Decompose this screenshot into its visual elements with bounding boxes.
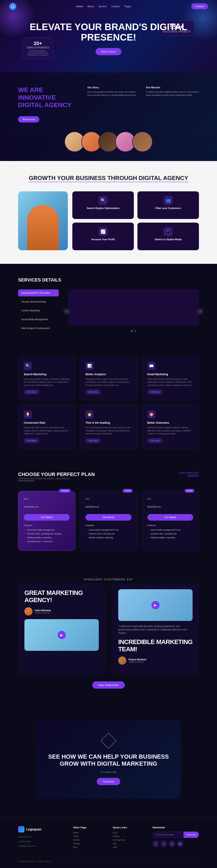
- social-twitter[interactable]: t: [161, 841, 167, 847]
- footer-link-404[interactable]: 404: [113, 842, 144, 845]
- price-btn-1[interactable]: Get Started: [85, 514, 131, 521]
- footer-link-about[interactable]: About: [73, 835, 104, 837]
- pricing-header-left: CHOOSE YOUR PERFECT PLAN Lorem ipsum dol…: [18, 471, 95, 482]
- growth-person: [27, 205, 59, 250]
- social-youtube[interactable]: ▶: [177, 841, 183, 847]
- service-card-digital[interactable]: 📱 Switch to Digital Media: [137, 223, 199, 250]
- footer-link-faq[interactable]: FAQ: [113, 832, 144, 834]
- newsletter-submit-button[interactable]: Subscribe: [184, 832, 199, 838]
- svc-btn-0[interactable]: Click here: [24, 390, 39, 395]
- service-cards-grid: 🔍 Search Marketing Lorem ipsum dolor sit…: [0, 347, 217, 458]
- more-testimonials-button[interactable]: More Testimonials: [92, 681, 125, 689]
- svc-card-1: 📊 Better Analytics Phasellus mollis cong…: [80, 356, 137, 400]
- sidebar-item-2[interactable]: Content Marketing: [18, 307, 59, 314]
- services-sidebar: Amazing Stuff For Promotion Pay-per-clic…: [18, 289, 59, 334]
- footer-brand-col: Logoquan Jalan Baron 15 +0280 248 80 ema…: [18, 826, 64, 850]
- about-left: WE ARE INNOVATIVE DIGITAL AGENCY Read mo…: [18, 86, 74, 123]
- footer-link-blog[interactable]: Blog: [73, 846, 104, 848]
- price-feature-0-3: ✓Unlimited posts + 8 premium: [24, 540, 70, 543]
- growth-headline: GROWTH YOUR BUSINESS THROUGH DIGITAL AGE…: [18, 175, 199, 182]
- svc-card-5: 🎯 Better Outcomes Sed lorem pretium eges…: [142, 405, 199, 449]
- team-faces-row: [0, 136, 217, 161]
- svc-btn-4[interactable]: Click here: [85, 438, 101, 443]
- nav-about[interactable]: About: [87, 5, 94, 8]
- about-story-col: Our Story Born from passion and driven b…: [87, 86, 139, 97]
- pricing-grid: Popular Elite $1000/Month Get Started Fe…: [18, 491, 199, 551]
- price-feature-1-1: ✓Premium SEO, including Adv: [85, 533, 131, 535]
- price-btn-0[interactable]: Get Started: [24, 514, 70, 521]
- footer-grid: Logoquan Jalan Baron 15 +0280 248 80 ema…: [18, 826, 199, 850]
- about-mission-col: Our Mission To deliver innovative digita…: [146, 86, 199, 97]
- footer-link-service[interactable]: Service: [73, 839, 104, 841]
- play-btn-1[interactable]: ▶: [151, 601, 159, 609]
- sidebar-item-3[interactable]: Social Media Management: [18, 316, 59, 323]
- testi-avatar-1: Pupun Muliana Happy Customer: [118, 656, 192, 664]
- footer-link-agb[interactable]: AGB: [113, 846, 144, 848]
- testi-title-1: INCREDIBLE MARKETING TEAM!: [118, 639, 192, 653]
- nav-pages[interactable]: Pages: [124, 5, 131, 8]
- price-features-label-0: Features: [24, 524, 70, 527]
- svc-card-2: ✉️ Email Marketing Proin mattis facilisi…: [142, 356, 199, 400]
- price-badge-2: Good: [185, 489, 194, 493]
- carousel-arrow-right[interactable]: ›: [197, 308, 204, 314]
- footer-logo-text: Logoquan: [26, 828, 42, 831]
- service-card-filter[interactable]: 👥 Filter your Customers: [137, 191, 199, 219]
- testi-img-1: ▶: [118, 589, 192, 621]
- sidebar-item-0[interactable]: Amazing Stuff For Promotion: [18, 289, 59, 297]
- avatar-1: [118, 656, 126, 664]
- svc-btn-3[interactable]: Click here: [24, 438, 39, 443]
- footer-link-privacy[interactable]: Privacy: [113, 835, 144, 837]
- carousel-arrow-left[interactable]: ‹: [63, 308, 70, 314]
- contact-us-link[interactable]: Contact Us: [188, 474, 199, 476]
- about-section: WE ARE INNOVATIVE DIGITAL AGENCY Read mo…: [0, 72, 217, 136]
- about-read-more-button[interactable]: Read more: [18, 116, 39, 123]
- nav-contact[interactable]: Contact: [111, 5, 120, 8]
- footer-newsletter-col: Newsletter Subscribe f t in ▶: [153, 826, 199, 850]
- svc-card-4: ⭐ This is the heading Sed ut perspiciati…: [80, 405, 137, 449]
- service-card-profit[interactable]: 📈 Increase Your Profit: [72, 223, 134, 250]
- svc-btn-5[interactable]: Click here: [147, 438, 163, 443]
- footer-link-home[interactable]: Home: [73, 832, 104, 834]
- services-carousel: ‹ ›: [68, 289, 199, 334]
- price-amount-0: $1000/Month: [24, 501, 70, 509]
- price-feature-0-1: ✓Premium SEO, including Adv. strategy: [24, 533, 70, 535]
- dot-1[interactable]: [131, 330, 133, 332]
- svc-btn-2[interactable]: Click here: [147, 390, 163, 395]
- newsletter-input[interactable]: [153, 832, 184, 838]
- footer-link-coming[interactable]: Coming Soon: [113, 839, 144, 841]
- nav-home[interactable]: Home: [76, 5, 83, 8]
- social-facebook[interactable]: f: [153, 841, 159, 847]
- price-btn-2[interactable]: Get Started: [147, 514, 193, 521]
- price-features-label-1: Features: [85, 524, 131, 527]
- price-feature-0-0: ✓Full social media management: [24, 529, 70, 531]
- footer-email: email@sample.com: [18, 844, 64, 848]
- about-story-title: Our Story: [87, 86, 139, 89]
- price-amount-2: $200/Month: [147, 501, 193, 509]
- svc-desc-1: Phasellus mollis congue neque sociis veh…: [85, 378, 131, 387]
- avatar-info-0: Indra Muliana Happy Customer: [35, 609, 51, 614]
- sidebar-item-4[interactable]: Web Design & Development: [18, 325, 59, 332]
- testimonials-section: HIGHLIGHT CUSTOMERS SAY GREAT MARKETING …: [0, 564, 217, 702]
- svc-btn-1[interactable]: Click here: [85, 390, 101, 395]
- cta-subscribe-button[interactable]: Subscribe: [97, 778, 120, 785]
- testi-card-1: ▶ "I really love to work with this team,…: [112, 583, 199, 675]
- svc-title-0: Search Marketing: [24, 373, 70, 376]
- nav-cta-button[interactable]: Contact: [191, 3, 208, 9]
- nav-service[interactable]: Service: [98, 5, 107, 8]
- svc-title-5: Better Outcomes: [147, 421, 193, 424]
- seo-title: Search Engine Optimization: [86, 207, 119, 210]
- price-amount-1: $500/Month: [85, 501, 131, 509]
- play-btn-0[interactable]: ▶: [58, 631, 66, 639]
- about-mission-text: To deliver innovative digital solutions …: [146, 91, 199, 97]
- testi-img-0: ▶: [25, 619, 99, 651]
- hero-content: ELEVATE YOUR BRAND'S DIGITAL PRESENCE! G…: [9, 22, 208, 55]
- footer-newsletter-title: Newsletter: [153, 826, 199, 829]
- footer-link-contact[interactable]: Contact: [73, 842, 104, 845]
- service-card-seo[interactable]: 🔍 Search Engine Optimization: [72, 191, 134, 219]
- social-linkedin[interactable]: in: [169, 841, 175, 847]
- footer-other-title: Other Page: [73, 826, 104, 829]
- sidebar-item-1[interactable]: Pay-per-click Advertising: [18, 298, 59, 305]
- dot-2[interactable]: [134, 330, 136, 332]
- services-layout: Amazing Stuff For Promotion Pay-per-clic…: [18, 289, 199, 334]
- hero-cta-button[interactable]: Get In Touch!: [96, 48, 121, 55]
